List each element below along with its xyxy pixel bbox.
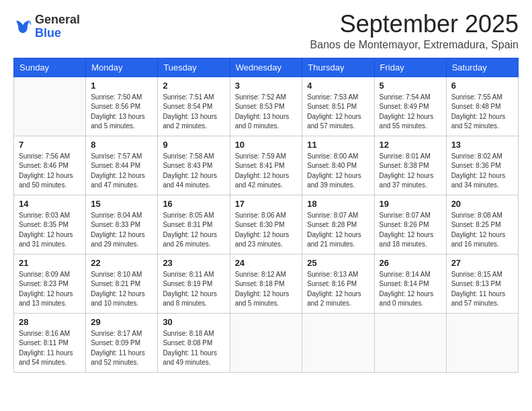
day-info: Sunrise: 7:54 AM Sunset: 8:49 PM Dayligh… bbox=[380, 93, 441, 132]
day-info: Sunrise: 8:15 AM Sunset: 8:13 PM Dayligh… bbox=[451, 270, 513, 309]
day-number: 13 bbox=[451, 140, 513, 150]
header-day-tuesday: Tuesday bbox=[158, 58, 230, 77]
calendar-cell bbox=[14, 77, 86, 136]
day-info: Sunrise: 8:09 AM Sunset: 8:23 PM Dayligh… bbox=[19, 270, 81, 309]
week-row-1: 1Sunrise: 7:50 AM Sunset: 8:56 PM Daylig… bbox=[14, 77, 519, 136]
calendar-cell: 23Sunrise: 8:11 AM Sunset: 8:19 PM Dayli… bbox=[158, 254, 230, 313]
day-info: Sunrise: 8:12 AM Sunset: 8:18 PM Dayligh… bbox=[235, 270, 298, 309]
calendar-table: SundayMondayTuesdayWednesdayThursdayFrid… bbox=[13, 58, 519, 373]
calendar-cell: 3Sunrise: 7:52 AM Sunset: 8:53 PM Daylig… bbox=[230, 77, 302, 136]
day-info: Sunrise: 8:18 AM Sunset: 8:08 PM Dayligh… bbox=[163, 329, 224, 368]
calendar-cell: 22Sunrise: 8:10 AM Sunset: 8:21 PM Dayli… bbox=[86, 254, 158, 313]
day-number: 24 bbox=[235, 258, 298, 268]
logo: General Blue bbox=[13, 13, 80, 40]
title-block: September 2025 Banos de Montemayor, Extr… bbox=[310, 11, 519, 51]
calendar-cell: 19Sunrise: 8:07 AM Sunset: 8:26 PM Dayli… bbox=[374, 195, 446, 254]
header-day-saturday: Saturday bbox=[446, 58, 518, 77]
day-info: Sunrise: 8:00 AM Sunset: 8:40 PM Dayligh… bbox=[307, 152, 369, 191]
day-info: Sunrise: 7:56 AM Sunset: 8:46 PM Dayligh… bbox=[19, 152, 81, 191]
day-number: 22 bbox=[91, 258, 152, 268]
day-number: 15 bbox=[91, 199, 152, 209]
day-number: 9 bbox=[163, 140, 224, 150]
day-number: 8 bbox=[91, 140, 152, 150]
day-number: 25 bbox=[307, 258, 369, 268]
week-row-2: 7Sunrise: 7:56 AM Sunset: 8:46 PM Daylig… bbox=[14, 136, 519, 195]
day-number: 23 bbox=[163, 258, 224, 268]
header-day-friday: Friday bbox=[374, 58, 446, 77]
calendar-cell: 7Sunrise: 7:56 AM Sunset: 8:46 PM Daylig… bbox=[14, 136, 86, 195]
day-info: Sunrise: 7:53 AM Sunset: 8:51 PM Dayligh… bbox=[307, 93, 369, 132]
day-info: Sunrise: 8:08 AM Sunset: 8:25 PM Dayligh… bbox=[451, 211, 513, 250]
day-info: Sunrise: 8:01 AM Sunset: 8:38 PM Dayligh… bbox=[380, 152, 441, 191]
day-number: 11 bbox=[307, 140, 369, 150]
day-info: Sunrise: 8:11 AM Sunset: 8:19 PM Dayligh… bbox=[163, 270, 224, 309]
calendar-cell: 24Sunrise: 8:12 AM Sunset: 8:18 PM Dayli… bbox=[230, 254, 302, 313]
day-number: 26 bbox=[380, 258, 441, 268]
day-info: Sunrise: 8:16 AM Sunset: 8:11 PM Dayligh… bbox=[19, 329, 81, 368]
calendar-cell: 1Sunrise: 7:50 AM Sunset: 8:56 PM Daylig… bbox=[86, 77, 158, 136]
day-number: 2 bbox=[163, 81, 224, 91]
calendar-cell: 26Sunrise: 8:14 AM Sunset: 8:14 PM Dayli… bbox=[374, 254, 446, 313]
day-info: Sunrise: 8:03 AM Sunset: 8:35 PM Dayligh… bbox=[19, 211, 81, 250]
week-row-4: 21Sunrise: 8:09 AM Sunset: 8:23 PM Dayli… bbox=[14, 254, 519, 313]
day-number: 12 bbox=[380, 140, 441, 150]
calendar-cell: 15Sunrise: 8:04 AM Sunset: 8:33 PM Dayli… bbox=[86, 195, 158, 254]
calendar-cell: 21Sunrise: 8:09 AM Sunset: 8:23 PM Dayli… bbox=[14, 254, 86, 313]
calendar-cell bbox=[374, 313, 446, 372]
day-number: 21 bbox=[19, 258, 81, 268]
day-info: Sunrise: 8:17 AM Sunset: 8:09 PM Dayligh… bbox=[91, 329, 152, 368]
day-number: 16 bbox=[163, 199, 224, 209]
calendar-cell: 30Sunrise: 8:18 AM Sunset: 8:08 PM Dayli… bbox=[158, 313, 230, 372]
day-info: Sunrise: 7:51 AM Sunset: 8:54 PM Dayligh… bbox=[163, 93, 224, 132]
day-info: Sunrise: 7:52 AM Sunset: 8:53 PM Dayligh… bbox=[235, 93, 298, 132]
day-info: Sunrise: 7:55 AM Sunset: 8:48 PM Dayligh… bbox=[451, 93, 513, 132]
calendar-cell: 9Sunrise: 7:58 AM Sunset: 8:43 PM Daylig… bbox=[158, 136, 230, 195]
day-info: Sunrise: 8:02 AM Sunset: 8:36 PM Dayligh… bbox=[451, 152, 513, 191]
day-number: 20 bbox=[451, 199, 513, 209]
header: General Blue September 2025 Banos de Mon… bbox=[13, 11, 519, 51]
day-number: 28 bbox=[19, 317, 81, 327]
calendar-cell: 20Sunrise: 8:08 AM Sunset: 8:25 PM Dayli… bbox=[446, 195, 518, 254]
day-info: Sunrise: 8:14 AM Sunset: 8:14 PM Dayligh… bbox=[380, 270, 441, 309]
day-info: Sunrise: 8:07 AM Sunset: 8:28 PM Dayligh… bbox=[307, 211, 369, 250]
day-number: 27 bbox=[451, 258, 513, 268]
day-number: 6 bbox=[451, 81, 513, 91]
calendar-cell: 28Sunrise: 8:16 AM Sunset: 8:11 PM Dayli… bbox=[14, 313, 86, 372]
day-number: 19 bbox=[380, 199, 441, 209]
day-info: Sunrise: 8:10 AM Sunset: 8:21 PM Dayligh… bbox=[91, 270, 152, 309]
location-title: Banos de Montemayor, Extremadura, Spain bbox=[310, 39, 519, 51]
day-number: 7 bbox=[19, 140, 81, 150]
day-info: Sunrise: 7:58 AM Sunset: 8:43 PM Dayligh… bbox=[163, 152, 224, 191]
header-day-thursday: Thursday bbox=[302, 58, 374, 77]
header-day-sunday: Sunday bbox=[14, 58, 86, 77]
calendar-cell: 27Sunrise: 8:15 AM Sunset: 8:13 PM Dayli… bbox=[446, 254, 518, 313]
day-number: 1 bbox=[91, 81, 152, 91]
header-day-wednesday: Wednesday bbox=[230, 58, 302, 77]
calendar-cell: 4Sunrise: 7:53 AM Sunset: 8:51 PM Daylig… bbox=[302, 77, 374, 136]
day-number: 10 bbox=[235, 140, 298, 150]
calendar-cell: 13Sunrise: 8:02 AM Sunset: 8:36 PM Dayli… bbox=[446, 136, 518, 195]
calendar-cell bbox=[302, 313, 374, 372]
calendar-cell: 14Sunrise: 8:03 AM Sunset: 8:35 PM Dayli… bbox=[14, 195, 86, 254]
calendar-cell bbox=[230, 313, 302, 372]
calendar-cell: 2Sunrise: 7:51 AM Sunset: 8:54 PM Daylig… bbox=[158, 77, 230, 136]
logo-icon bbox=[13, 19, 32, 34]
logo-text: General Blue bbox=[35, 13, 80, 40]
day-number: 4 bbox=[307, 81, 369, 91]
day-info: Sunrise: 8:04 AM Sunset: 8:33 PM Dayligh… bbox=[91, 211, 152, 250]
calendar-cell: 8Sunrise: 7:57 AM Sunset: 8:44 PM Daylig… bbox=[86, 136, 158, 195]
calendar-cell bbox=[446, 313, 518, 372]
calendar-cell: 17Sunrise: 8:06 AM Sunset: 8:30 PM Dayli… bbox=[230, 195, 302, 254]
day-number: 17 bbox=[235, 199, 298, 209]
day-number: 18 bbox=[307, 199, 369, 209]
calendar-cell: 6Sunrise: 7:55 AM Sunset: 8:48 PM Daylig… bbox=[446, 77, 518, 136]
day-number: 14 bbox=[19, 199, 81, 209]
day-number: 3 bbox=[235, 81, 298, 91]
calendar-cell: 5Sunrise: 7:54 AM Sunset: 8:49 PM Daylig… bbox=[374, 77, 446, 136]
calendar-cell: 29Sunrise: 8:17 AM Sunset: 8:09 PM Dayli… bbox=[86, 313, 158, 372]
header-row: SundayMondayTuesdayWednesdayThursdayFrid… bbox=[14, 58, 519, 77]
day-number: 5 bbox=[380, 81, 441, 91]
week-row-5: 28Sunrise: 8:16 AM Sunset: 8:11 PM Dayli… bbox=[14, 313, 519, 372]
day-info: Sunrise: 8:07 AM Sunset: 8:26 PM Dayligh… bbox=[380, 211, 441, 250]
week-row-3: 14Sunrise: 8:03 AM Sunset: 8:35 PM Dayli… bbox=[14, 195, 519, 254]
